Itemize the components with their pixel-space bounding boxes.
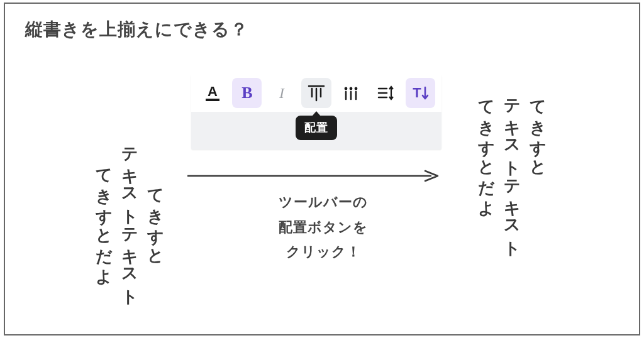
- text-color-icon: A: [203, 84, 222, 102]
- line-spacing-icon: [375, 83, 396, 103]
- svg-point-9: [350, 87, 353, 90]
- vertical-text-icon: T: [410, 83, 430, 103]
- text-color-button[interactable]: A: [197, 78, 227, 108]
- toolbar-row: A B I: [191, 74, 441, 112]
- svg-point-10: [355, 87, 358, 90]
- svg-text:I: I: [279, 85, 285, 101]
- instruction-caption: ツールバーの 配置ボタンを クリック！: [5, 190, 641, 264]
- list-icon: [341, 83, 361, 103]
- line-spacing-button[interactable]: [371, 78, 401, 108]
- align-icon: [306, 83, 326, 103]
- caption-line-2: 配置ボタンを: [279, 219, 368, 235]
- arrow-icon: [187, 170, 439, 182]
- svg-text:B: B: [242, 84, 252, 102]
- caption-line-3: クリック！: [286, 244, 361, 259]
- bold-icon: B: [238, 84, 257, 102]
- italic-button[interactable]: I: [267, 78, 296, 108]
- caption-line-1: ツールバーの: [279, 194, 368, 210]
- diagram-title: 縦書きを上揃えにできる？: [25, 18, 248, 41]
- list-button[interactable]: [336, 78, 366, 108]
- svg-point-8: [345, 87, 348, 90]
- svg-rect-1: [206, 99, 219, 101]
- vertical-text-button[interactable]: T: [406, 78, 435, 108]
- align-tooltip: 配置: [296, 116, 337, 140]
- diagram-frame: 縦書きを上揃えにできる？ てきすと テキストテキスト てきすとだよ てきすと テ…: [4, 3, 640, 335]
- bold-button[interactable]: B: [232, 78, 262, 108]
- italic-icon: I: [272, 84, 291, 102]
- svg-text:A: A: [208, 84, 218, 99]
- vertical-line-1: てきすと: [527, 89, 549, 169]
- align-button[interactable]: [301, 78, 331, 108]
- formatting-toolbar: A B I: [191, 74, 441, 150]
- svg-text:T: T: [413, 85, 422, 101]
